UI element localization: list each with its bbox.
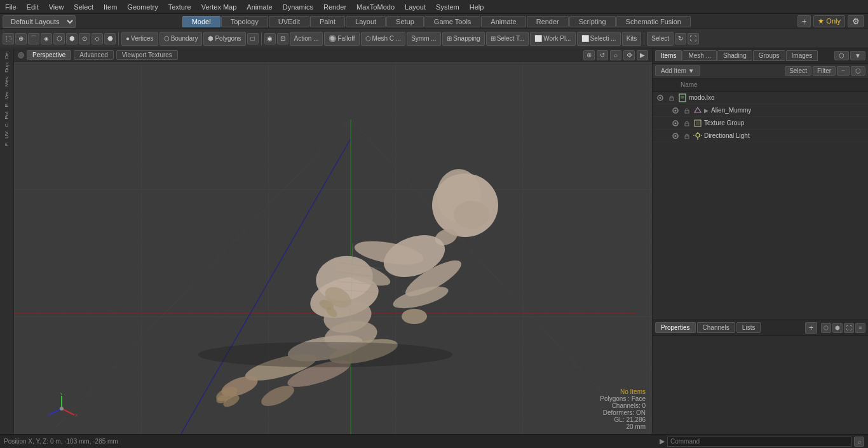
layout-tab-scripting[interactable]: Scripting [569, 16, 616, 27]
items-select-button[interactable]: Select [785, 66, 811, 76]
item-row-modo-lxo[interactable]: modo.lxo [653, 92, 868, 104]
props-expand-icon[interactable]: ⬡ [821, 323, 831, 333]
item-eye-1[interactable] [670, 105, 681, 116]
add-layout-button[interactable]: + [797, 15, 811, 27]
items-tab-items[interactable]: Items [655, 50, 682, 61]
menu-system[interactable]: System [431, 2, 465, 12]
toolbar-icon-5[interactable]: ⬡ [53, 33, 65, 44]
item-row-alien-mummy[interactable]: ▶ Alien_Mummy [653, 104, 868, 117]
item-lock-1[interactable] [682, 105, 692, 116]
menu-texture[interactable]: Texture [163, 2, 196, 12]
item-lock-0[interactable] [667, 93, 677, 103]
viewport-settings-button[interactable]: ⚙ [623, 50, 635, 60]
layout-tab-schematic[interactable]: Schematic Fusion [616, 16, 691, 27]
props-fullscreen-icon[interactable]: ⛶ [844, 323, 854, 333]
work-pl-button[interactable]: ⬜ Work Pl... [530, 32, 575, 46]
command-search-button[interactable]: ⌕ [854, 437, 864, 447]
props-tab-properties[interactable]: Properties [655, 322, 696, 333]
toolbar-icon-4[interactable]: ◈ [41, 33, 52, 44]
sidebar-label-pol[interactable]: Pol: [4, 109, 10, 121]
menu-view[interactable]: View [44, 2, 69, 12]
layout-tab-setup[interactable]: Setup [386, 16, 424, 27]
toolbar-dot-icon[interactable]: ⊡ [277, 33, 288, 44]
sidebar-label-uv[interactable]: UV: [4, 129, 10, 140]
menu-geometry[interactable]: Geometry [122, 2, 163, 12]
sidebar-label-dup[interactable]: Dup: [4, 60, 10, 74]
symm-button[interactable]: Symm ... [407, 32, 440, 46]
select-button[interactable]: Select [647, 32, 674, 46]
star-only-label[interactable]: ★ Only [813, 15, 845, 27]
command-input[interactable] [667, 437, 851, 447]
sidebar-label-mes[interactable]: Mes: [4, 74, 10, 88]
toolbar-icon-6[interactable]: ⬢ [66, 33, 78, 44]
menu-item[interactable]: Item [98, 2, 122, 12]
toolbar-icon-8[interactable]: ◇ [92, 33, 103, 44]
layout-settings-button[interactable]: ⚙ [848, 15, 864, 27]
layout-tab-uvedit[interactable]: UVEdit [269, 16, 309, 27]
items-tab-shading[interactable]: Shading [717, 50, 752, 61]
snapping-button[interactable]: ⊞ Snapping [442, 32, 485, 46]
toolbar-icon-3[interactable]: ⌒ [28, 33, 39, 44]
items-tab-expand-btn[interactable]: ⬡ [834, 51, 849, 60]
viewport-play-button[interactable]: ▶ [637, 50, 648, 60]
menu-animate[interactable]: Animate [241, 2, 277, 12]
props-plus-button[interactable]: + [805, 322, 817, 334]
items-tab-groups[interactable]: Groups [753, 50, 785, 61]
menu-dynamics[interactable]: Dynamics [278, 2, 318, 12]
menu-render[interactable]: Render [318, 2, 351, 12]
viewport-tab-textures[interactable]: Viewport Textures [116, 50, 178, 60]
sidebar-label-ver[interactable]: Ver: [4, 89, 10, 100]
menu-maxtomodo[interactable]: MaxToModo [351, 2, 400, 12]
menu-vertex-map[interactable]: Vertex Map [196, 2, 242, 12]
items-tab-mesh[interactable]: Mesh ... [682, 50, 717, 61]
toolbar-icon-7[interactable]: ⊙ [79, 33, 90, 44]
sidebar-label-f[interactable]: F: [4, 140, 10, 147]
mesh-button[interactable]: ⬡ Mesh C ... [361, 32, 406, 46]
toolbar-icon-2[interactable]: ⊕ [15, 33, 27, 44]
falloff-button[interactable]: 🔘 Falloff [324, 32, 359, 46]
toolbar-select-vertices-icon[interactable]: ⬚ [3, 33, 14, 44]
boundary-button[interactable]: ⬡ Boundary [159, 32, 203, 46]
viewport-tab-advanced[interactable]: Advanced [74, 50, 113, 60]
toolbar-fullscreen-icon[interactable]: ⛶ [688, 33, 699, 44]
kits-button[interactable]: Kits [622, 32, 642, 46]
viewport-rotate-button[interactable]: ↺ [597, 50, 608, 60]
viewport-canvas[interactable]: No Items Polygons : Face Channels: 0 Def… [14, 62, 652, 434]
layout-tab-paint[interactable]: Paint [310, 16, 345, 27]
items-tab-images[interactable]: Images [786, 50, 818, 61]
selecti-button[interactable]: ⬜ Selecti ... [577, 32, 621, 46]
props-tab-lists[interactable]: Lists [736, 322, 761, 333]
props-tab-channels[interactable]: Channels [697, 322, 735, 333]
default-layouts-dropdown[interactable]: Default Layouts [3, 15, 76, 28]
viewport-zoom-button[interactable]: ⌕ [610, 50, 621, 60]
layout-tab-animate[interactable]: Animate [481, 16, 526, 27]
item-eye-2[interactable] [670, 118, 681, 128]
sidebar-label-e[interactable]: E: [4, 101, 10, 109]
toolbar-circle-icon[interactable]: ◉ [264, 33, 276, 44]
props-options-icon[interactable]: ≡ [855, 323, 865, 333]
item-row-directional-light[interactable]: Directional Light [653, 130, 868, 142]
viewport-tab-perspective[interactable]: Perspective [27, 50, 71, 60]
action-button[interactable]: Action ... [290, 32, 323, 46]
layout-tab-topology[interactable]: Topology [221, 16, 268, 27]
toolbar-icon-9[interactable]: ⬣ [104, 33, 116, 44]
toolbar-rotate-icon[interactable]: ↻ [675, 33, 686, 44]
item-lock-2[interactable] [682, 118, 692, 128]
item-eye-0[interactable] [655, 93, 665, 103]
layout-tab-layout[interactable]: Layout [346, 16, 386, 27]
menu-help[interactable]: Help [465, 2, 489, 12]
layout-tab-model[interactable]: Model [182, 16, 220, 27]
items-filter-button[interactable]: Filter [813, 66, 836, 76]
layout-tab-render[interactable]: Render [527, 16, 569, 27]
viewport-home-button[interactable]: ⊕ [583, 50, 595, 60]
vertices-button[interactable]: ● Vertices [121, 32, 158, 46]
menu-file[interactable]: File [0, 2, 22, 12]
item-eye-3[interactable] [670, 131, 681, 141]
sidebar-label-de[interactable]: De: [4, 50, 10, 60]
layout-tab-gametools[interactable]: Game Tools [424, 16, 481, 27]
polygons-button[interactable]: ⬢ Polygons [203, 32, 245, 46]
toolbar-shape-icon[interactable]: □ [247, 33, 259, 44]
menu-layout[interactable]: Layout [400, 2, 431, 12]
items-minus-button[interactable]: − [837, 66, 850, 76]
item-row-texture-group[interactable]: Texture Group [653, 117, 868, 130]
